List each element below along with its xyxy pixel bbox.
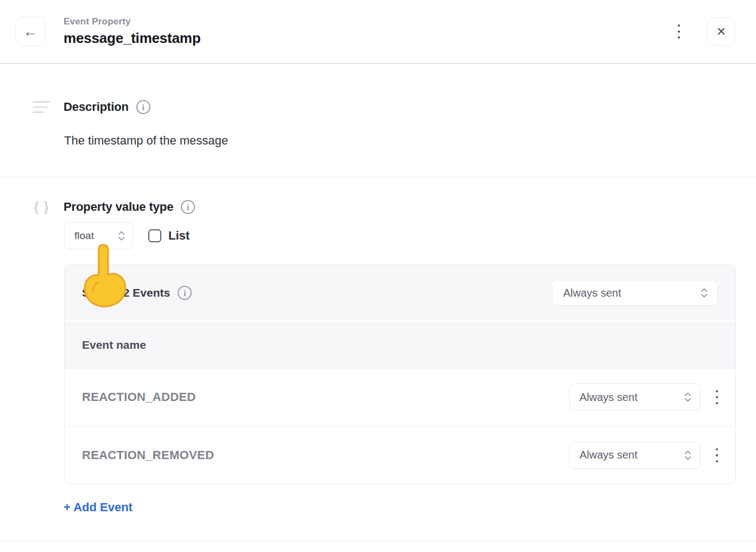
event-name-column-header: Event name (82, 338, 146, 352)
property-type-heading: Property value type (64, 200, 173, 214)
table-row: REACTION_ADDED Always sent (65, 368, 735, 426)
kebab-dot (716, 396, 718, 398)
column-header-row: Event name (65, 322, 735, 368)
value-type-selected: float (74, 230, 94, 242)
row-options-button[interactable] (713, 387, 721, 407)
list-label: List (168, 229, 190, 243)
chevron-updown-icon (701, 287, 708, 298)
table-row: REACTION_REMOVED Always sent (65, 426, 735, 484)
frequency-selected: Always sent (563, 287, 621, 299)
info-icon[interactable]: i (136, 100, 150, 114)
description-heading: Description (64, 100, 129, 114)
text-lines-icon (33, 101, 50, 113)
back-button[interactable]: ← (15, 17, 46, 46)
section-divider (0, 541, 756, 541)
event-property-panel: ← Event Property message_timestamp × Des… (0, 0, 756, 552)
event-frequency-select[interactable]: Always sent (569, 384, 701, 411)
list-toggle[interactable]: List (148, 229, 190, 243)
event-frequency-select[interactable]: Always sent (569, 442, 701, 469)
info-icon[interactable]: i (178, 286, 192, 300)
event-name[interactable]: REACTION_REMOVED (82, 448, 214, 462)
row-options-button[interactable] (713, 445, 721, 466)
kebab-dot (716, 390, 718, 392)
list-checkbox[interactable] (148, 229, 161, 242)
events-table: Sent In 2 Events i Always sent Event nam… (64, 265, 736, 484)
braces-icon: { } (33, 199, 51, 215)
kebab-dot (678, 24, 680, 27)
value-type-select[interactable]: float (64, 222, 133, 249)
info-icon[interactable]: i (181, 200, 195, 214)
frequency-selected: Always sent (579, 449, 638, 461)
add-event-button[interactable]: + Add Event (64, 500, 133, 515)
type-controls: float List (64, 222, 756, 249)
events-count-heading: Sent In 2 Events (82, 286, 170, 299)
description-section: Description i The timestamp of the messa… (0, 64, 756, 177)
kebab-dot (716, 448, 718, 450)
kebab-dot (716, 402, 718, 404)
close-icon: × (717, 23, 726, 40)
panel-header: ← Event Property message_timestamp × (0, 0, 756, 64)
events-table-header: Sent In 2 Events i Always sent (65, 265, 735, 322)
event-name[interactable]: REACTION_ADDED (82, 390, 196, 404)
chevron-updown-icon (684, 392, 691, 403)
kebab-dot (716, 460, 718, 462)
all-events-frequency-select[interactable]: Always sent (552, 280, 718, 306)
panel-kicker: Event Property (64, 16, 200, 27)
kebab-dot (678, 30, 680, 33)
chevron-updown-icon (684, 450, 691, 461)
description-text: The timestamp of the message (64, 134, 756, 148)
page-title: message_timestamp (64, 30, 200, 47)
more-options-button[interactable] (675, 21, 683, 42)
close-button[interactable]: × (707, 17, 735, 46)
property-type-section: { } Property value type i float List Sen… (0, 177, 756, 515)
kebab-dot (716, 454, 718, 456)
frequency-selected: Always sent (579, 391, 638, 404)
kebab-dot (678, 36, 680, 39)
chevron-updown-icon (118, 230, 125, 241)
back-arrow-icon: ← (23, 23, 38, 40)
title-block: Event Property message_timestamp (64, 16, 200, 47)
